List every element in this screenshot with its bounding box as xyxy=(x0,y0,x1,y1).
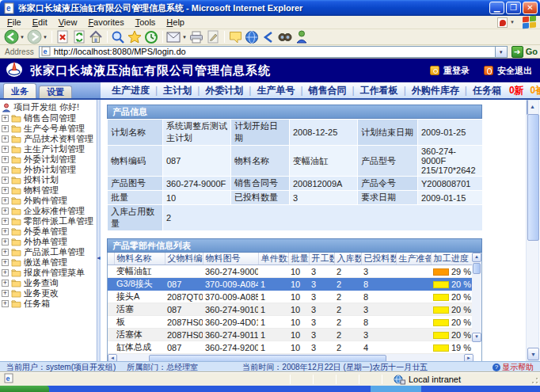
relogin-button[interactable]: 重登录 xyxy=(430,65,470,77)
menu-help[interactable]: Help xyxy=(161,17,190,28)
scroll-right-icon[interactable] xyxy=(464,354,473,361)
address-dropdown-button[interactable]: ▼ xyxy=(496,46,508,58)
expand-plus-icon[interactable] xyxy=(2,146,9,153)
column-header[interactable]: 物料名称 xyxy=(114,253,165,265)
table-row[interactable]: 活塞087360-274-9010F11032320 % xyxy=(108,303,473,316)
nav-link-3[interactable]: 外委计划 xyxy=(205,84,243,97)
expand-plus-icon[interactable] xyxy=(2,280,9,287)
start-button[interactable] xyxy=(0,386,49,392)
column-header[interactable]: 开工数 xyxy=(309,253,334,265)
nav-link-6[interactable]: 工作看板 xyxy=(360,84,398,97)
nav-link-7[interactable]: 外购件库存 xyxy=(412,84,459,97)
column-header[interactable]: 已投料数 xyxy=(361,253,396,265)
expand-plus-icon[interactable] xyxy=(2,300,9,307)
show-help-button[interactable]: ? 显示帮助 xyxy=(492,362,534,373)
expand-plus-icon[interactable] xyxy=(2,249,9,256)
frame-scroll-thumb[interactable] xyxy=(527,114,539,241)
close-button[interactable]: ✕ xyxy=(523,2,538,14)
menu-tools[interactable]: Tools xyxy=(130,17,162,28)
scroll-left-icon[interactable] xyxy=(108,354,117,361)
expand-plus-icon[interactable] xyxy=(2,125,9,132)
expand-plus-icon[interactable] xyxy=(2,115,9,122)
vscroll-thumb[interactable] xyxy=(473,263,481,274)
mail-dropdown-icon[interactable]: ▼ xyxy=(182,35,187,40)
tab-settings[interactable]: 设置 xyxy=(39,86,72,98)
expand-plus-icon[interactable] xyxy=(2,156,9,163)
address-input[interactable]: e http://localhost:8080/MPS/login.do xyxy=(39,46,496,58)
table-row[interactable]: 板2087HS002360-209-4D01011032820 % xyxy=(108,316,473,329)
mail-button[interactable] xyxy=(165,29,182,44)
menu-favorites[interactable]: Favorites xyxy=(82,17,129,28)
scroll-up-icon[interactable] xyxy=(472,253,481,262)
print-button[interactable] xyxy=(188,29,205,44)
expand-plus-icon[interactable] xyxy=(2,259,9,266)
table-row[interactable]: 缸体总成087360-274-9200F11032419 % xyxy=(108,341,473,354)
forward-button[interactable] xyxy=(26,29,43,44)
column-header[interactable]: 批量 xyxy=(288,253,309,265)
table-row[interactable]: G3/8接头087370-009-A084011032820 % xyxy=(108,278,473,291)
resize-grip[interactable] xyxy=(528,374,539,385)
expand-plus-icon[interactable] xyxy=(2,228,9,235)
refresh-button[interactable] xyxy=(71,29,88,44)
menu-file[interactable]: File xyxy=(2,17,27,28)
taskbar-button[interactable] xyxy=(371,386,421,392)
scroll-down-icon[interactable] xyxy=(472,333,481,342)
menu-edit[interactable]: Edit xyxy=(27,17,53,28)
parts-hscrollbar[interactable] xyxy=(108,354,473,361)
pointer-tool-button[interactable] xyxy=(260,29,277,44)
expand-plus-icon[interactable] xyxy=(2,218,9,225)
go-button[interactable]: ➔ Go xyxy=(511,46,538,58)
column-header[interactable]: 生产准备 xyxy=(396,253,431,265)
nav-link-1[interactable]: 生产进度 xyxy=(112,84,150,97)
history-button[interactable] xyxy=(143,29,160,44)
minimize-button[interactable]: ▁ xyxy=(489,2,504,14)
nav-link-5[interactable]: 销售合同 xyxy=(309,84,347,97)
tab-business[interactable]: 业务 xyxy=(3,83,36,98)
research-button[interactable] xyxy=(277,29,294,44)
menu-view[interactable]: View xyxy=(53,17,83,28)
expand-plus-icon[interactable] xyxy=(2,177,9,184)
messenger-button[interactable] xyxy=(294,29,310,44)
table-cell: 2 xyxy=(334,341,361,354)
expand-plus-icon[interactable] xyxy=(2,135,9,143)
scroll-up-icon[interactable] xyxy=(527,100,528,115)
back-button[interactable] xyxy=(3,29,20,44)
expand-plus-icon[interactable] xyxy=(2,207,9,215)
nav-link-8[interactable]: 任务箱 xyxy=(473,84,501,97)
maximize-button[interactable]: ❐ xyxy=(506,2,521,14)
expand-plus-icon[interactable] xyxy=(2,238,9,245)
home-button[interactable] xyxy=(88,29,105,44)
tree-item-19[interactable]: 任务箱 xyxy=(0,299,97,309)
search-button[interactable] xyxy=(110,29,127,44)
nav-link-2[interactable]: 主计划 xyxy=(163,84,192,97)
expand-plus-icon[interactable] xyxy=(2,166,9,173)
expand-plus-icon[interactable] xyxy=(2,290,9,297)
expand-plus-icon[interactable] xyxy=(2,269,9,276)
column-header[interactable] xyxy=(108,253,114,265)
stop-button[interactable] xyxy=(55,29,71,44)
expand-plus-icon[interactable] xyxy=(2,187,9,194)
info-label: 已投料数量 xyxy=(231,191,290,205)
favorites-button[interactable] xyxy=(127,29,143,44)
parts-vscrollbar[interactable] xyxy=(472,253,481,342)
adobe-toolbar-button[interactable]: ▼ xyxy=(497,17,515,28)
web-browser-button[interactable] xyxy=(244,29,260,44)
expand-plus-icon[interactable] xyxy=(2,197,9,204)
table-row[interactable]: 活塞体2087HS002360-274-9011W11032320 % xyxy=(108,329,473,341)
edit-button[interactable] xyxy=(205,29,222,44)
hscroll-thumb[interactable] xyxy=(149,355,386,361)
nav-link-4[interactable]: 生产单号 xyxy=(257,84,295,97)
discuss-button[interactable] xyxy=(227,29,244,44)
table-row[interactable]: 变幅油缸360-274-9000F1032329 % xyxy=(108,265,473,278)
back-dropdown-icon[interactable]: ▼ xyxy=(20,35,25,40)
logout-button[interactable]: 安全退出 xyxy=(484,65,532,77)
column-header[interactable]: 物料图号 xyxy=(203,253,258,265)
forward-dropdown-icon[interactable]: ▼ xyxy=(43,35,48,40)
column-header[interactable]: 单件数量 xyxy=(258,253,288,265)
frame-scrollbar[interactable] xyxy=(526,100,539,361)
column-header[interactable]: 入库数 xyxy=(334,253,361,265)
table-row[interactable]: 接头A2087QT002370-009-A085011032820 % xyxy=(108,291,473,303)
column-header[interactable]: 父物料编码 xyxy=(165,253,203,265)
scroll-down-icon[interactable] xyxy=(527,348,539,360)
column-header[interactable]: 加工进度 xyxy=(431,253,473,265)
